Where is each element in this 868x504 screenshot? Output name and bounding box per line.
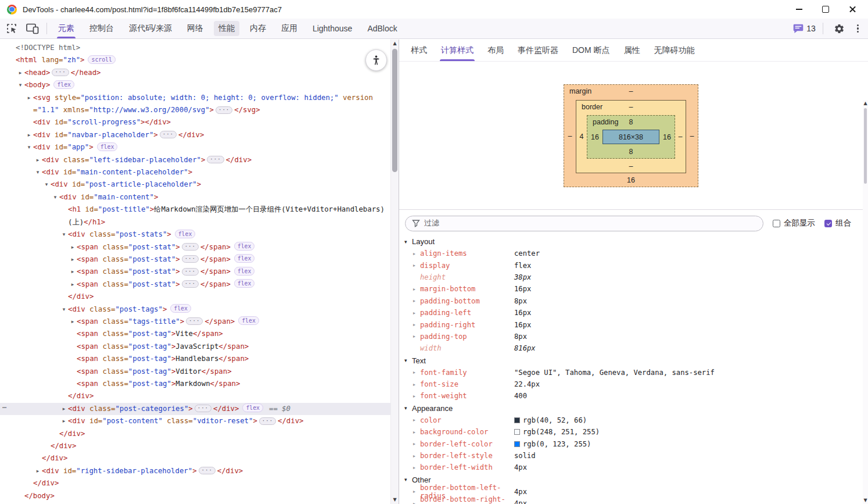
dom-tree-row[interactable]: ▾<div class="post-stats">flex [0,228,390,241]
expand-inline-icon[interactable]: ··· [52,69,69,76]
border-bottom-value[interactable]: – [576,162,686,170]
collapse-arrow-icon[interactable]: ▾ [52,191,59,203]
expand-arrow-icon[interactable]: ▸ [413,322,420,327]
computed-property-row[interactable]: ▸background-colorrgb(248, 251, 255) [399,426,863,438]
dom-tree-row[interactable]: ▾<div id="post-article-placeholder"> [0,178,390,191]
computed-group-header[interactable]: ▾Text [399,355,863,367]
padding-top-value[interactable]: 8 [587,118,675,126]
computed-group-header[interactable]: ▾Layout [399,235,863,248]
box-model-border[interactable]: border – 4 – – padding 8 16 16 8 816×3 [576,100,686,173]
main-tab-5[interactable]: 内存 [242,19,274,38]
minimize-button[interactable] [785,0,812,19]
main-tab-0[interactable]: 元素 [51,19,82,38]
box-model-content[interactable]: 816×38 [602,130,659,144]
expand-inline-icon[interactable]: ··· [182,280,199,288]
dom-tree-row[interactable]: </div> [0,477,390,489]
color-swatch[interactable] [514,441,520,447]
main-tab-6[interactable]: 应用 [274,19,305,38]
collapse-arrow-icon[interactable]: ▾ [60,228,67,241]
sidebar-tab-3[interactable]: 事件监听器 [511,40,565,61]
collapse-arrow-icon[interactable]: ▾ [404,358,412,363]
padding-left-value[interactable]: 16 [587,133,602,141]
dom-tree-row[interactable]: ▸<span class="post-stat">···</span>flex [0,278,390,291]
sidebar-tab-0[interactable]: 样式 [404,40,434,61]
dom-tree-row[interactable]: ▸<span class="post-stat">···</span>flex [0,241,390,253]
layout-badge[interactable]: flex [242,403,263,412]
device-toolbar-button[interactable] [23,20,42,37]
margin-bottom-value[interactable]: 16 [564,176,698,184]
dom-tree-row[interactable]: <!DOCTYPE html> [0,42,390,54]
expand-arrow-icon[interactable]: ▸ [413,287,420,292]
dom-tree-row[interactable]: </div> [0,452,390,464]
border-top-value[interactable]: – [576,103,686,111]
sidebar-tab-2[interactable]: 布局 [480,40,511,61]
expand-arrow-icon[interactable]: ▸ [26,129,33,141]
layout-badge[interactable]: flex [175,230,196,238]
box-model-diagram[interactable]: margin – – – 16 border – 4 – – padding 8 [564,84,698,187]
dom-tree-row[interactable]: </body> [0,490,390,502]
computed-property-row[interactable]: ▸border-left-width4px [399,462,863,473]
dom-tree-row[interactable]: <span class="post-tag">Vditor</span> [0,366,390,378]
dom-tree-row[interactable]: ▾<div class="post-tags">flex [0,303,390,316]
margin-top-value[interactable]: – [564,87,698,95]
dom-tree-row[interactable]: ▸⋯<div class="post-categories">···</div>… [0,403,390,415]
layout-badge[interactable]: flex [234,279,255,288]
main-tab-8[interactable]: AdBlock [360,19,404,38]
expand-arrow-icon[interactable]: ▸ [413,489,420,494]
console-messages-button[interactable]: 13 [793,24,816,34]
dom-tree-row[interactable]: </div> [0,440,390,452]
expand-arrow-icon[interactable]: ▸ [69,253,76,266]
computed-property-row[interactable]: ▸padding-left16px [399,307,863,319]
layout-badge[interactable]: flex [234,242,255,251]
computed-property-row[interactable]: ▸font-family"Segoe UI", Tahoma, Geneva, … [399,367,863,378]
scroll-up-icon[interactable]: ▲ [391,40,399,47]
checkbox-checked-icon[interactable] [824,220,832,227]
expand-arrow-icon[interactable]: ▸ [34,154,41,166]
dom-tree-row[interactable]: ▸<div id="navbar-placeholder">···</div> [0,129,390,141]
more-options-button[interactable] [857,24,859,33]
expand-arrow-icon[interactable]: ▸ [60,403,67,415]
computed-property-row[interactable]: width816px [399,342,863,354]
collapse-arrow-icon[interactable]: ▾ [34,166,41,178]
expand-arrow-icon[interactable]: ▸ [69,278,76,291]
dom-tree-row[interactable]: ▸<svg style="position: absolute; width: … [0,92,390,117]
box-model-margin[interactable]: margin – – – 16 border – 4 – – padding 8 [564,84,698,187]
dom-tree-row[interactable]: ▾<div id="main-content"> [0,191,390,203]
dom-tree-row[interactable]: <span class="post-tag">Handlebars</span> [0,353,390,365]
elements-scrollbar[interactable]: ▲ ▼ [390,40,399,504]
expand-arrow-icon[interactable]: ▸ [60,415,67,427]
expand-inline-icon[interactable]: ··· [207,156,224,163]
expand-arrow-icon[interactable]: ▸ [26,92,33,104]
computed-property-row[interactable]: ▸font-weight400 [399,390,863,402]
expand-inline-icon[interactable]: ··· [182,243,199,251]
main-tab-2[interactable]: 源代码/来源 [121,19,180,38]
expand-arrow-icon[interactable]: ▸ [413,441,420,446]
scrollbar-thumb[interactable] [864,108,867,184]
collapse-arrow-icon[interactable]: ▾ [26,141,33,153]
margin-right-value[interactable]: – [686,132,698,140]
expand-arrow-icon[interactable]: ▸ [17,67,24,79]
computed-property-row[interactable]: height38px [399,271,863,283]
node-menu-icon[interactable]: ⋯ [2,402,7,414]
expand-arrow-icon[interactable]: ▸ [413,394,420,399]
expand-inline-icon[interactable]: ··· [160,131,177,138]
dom-tree-row[interactable]: ▾<div id="main-content-placeholder"> [0,166,390,178]
expand-inline-icon[interactable]: ··· [216,106,232,114]
maximize-button[interactable] [812,0,839,19]
box-model-padding[interactable]: padding 8 16 16 8 816×38 [587,115,675,159]
padding-bottom-value[interactable]: 8 [587,148,675,156]
sidebar-tab-6[interactable]: 无障碍功能 [647,40,702,61]
collapse-arrow-icon[interactable]: ▾ [43,178,50,191]
collapse-arrow-icon[interactable]: ▾ [17,79,24,91]
layout-badge[interactable]: flex [53,80,74,89]
expand-inline-icon[interactable]: ··· [182,255,199,263]
inspect-element-button[interactable] [2,20,21,37]
collapse-arrow-icon[interactable]: ▾ [60,303,67,316]
dom-tree-row[interactable]: <span class="post-tag">JavaScript</span> [0,341,390,353]
scroll-down-icon[interactable]: ▼ [391,496,399,503]
collapse-arrow-icon[interactable]: ▾ [404,477,412,482]
computed-property-row[interactable]: ▸padding-bottom8px [399,295,863,307]
scrollbar-thumb[interactable] [392,49,397,172]
expand-arrow-icon[interactable]: ▸ [69,241,76,253]
dom-tree-row[interactable]: ▾<div id="app">flex [0,141,390,153]
